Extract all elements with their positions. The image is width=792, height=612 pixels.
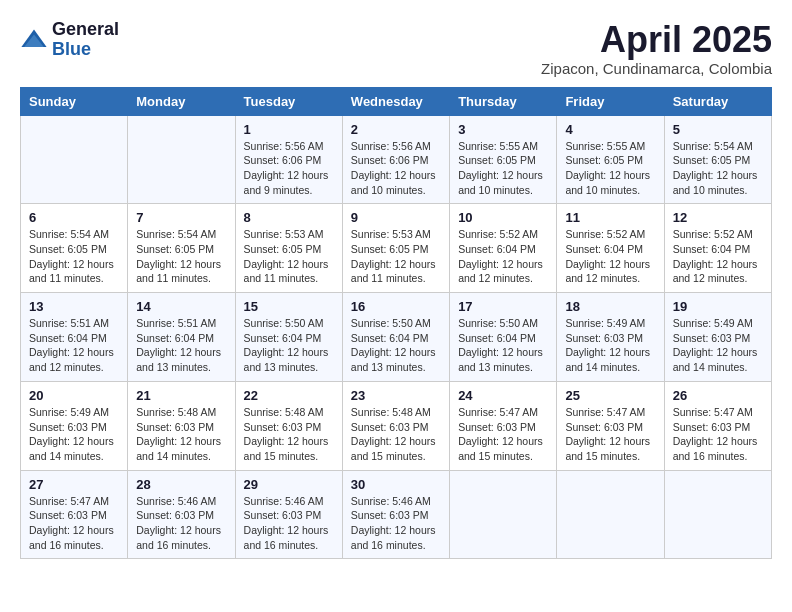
day-number: 10: [458, 210, 548, 225]
week-row-4: 20Sunrise: 5:49 AM Sunset: 6:03 PM Dayli…: [21, 381, 772, 470]
day-cell: 9Sunrise: 5:53 AM Sunset: 6:05 PM Daylig…: [342, 204, 449, 293]
day-number: 24: [458, 388, 548, 403]
day-number: 19: [673, 299, 763, 314]
day-cell: 11Sunrise: 5:52 AM Sunset: 6:04 PM Dayli…: [557, 204, 664, 293]
day-cell: 13Sunrise: 5:51 AM Sunset: 6:04 PM Dayli…: [21, 293, 128, 382]
day-info: Sunrise: 5:47 AM Sunset: 6:03 PM Dayligh…: [673, 405, 763, 464]
day-info: Sunrise: 5:49 AM Sunset: 6:03 PM Dayligh…: [29, 405, 119, 464]
day-info: Sunrise: 5:51 AM Sunset: 6:04 PM Dayligh…: [136, 316, 226, 375]
day-info: Sunrise: 5:54 AM Sunset: 6:05 PM Dayligh…: [136, 227, 226, 286]
day-cell: 5Sunrise: 5:54 AM Sunset: 6:05 PM Daylig…: [664, 115, 771, 204]
day-number: 6: [29, 210, 119, 225]
month-title: April 2025: [541, 20, 772, 60]
day-cell: 7Sunrise: 5:54 AM Sunset: 6:05 PM Daylig…: [128, 204, 235, 293]
logo-text: General Blue: [52, 20, 119, 60]
day-info: Sunrise: 5:46 AM Sunset: 6:03 PM Dayligh…: [244, 494, 334, 553]
calendar-table: SundayMondayTuesdayWednesdayThursdayFrid…: [20, 87, 772, 560]
week-row-5: 27Sunrise: 5:47 AM Sunset: 6:03 PM Dayli…: [21, 470, 772, 559]
day-cell: [664, 470, 771, 559]
day-info: Sunrise: 5:52 AM Sunset: 6:04 PM Dayligh…: [565, 227, 655, 286]
day-cell: 14Sunrise: 5:51 AM Sunset: 6:04 PM Dayli…: [128, 293, 235, 382]
day-info: Sunrise: 5:48 AM Sunset: 6:03 PM Dayligh…: [136, 405, 226, 464]
day-cell: 20Sunrise: 5:49 AM Sunset: 6:03 PM Dayli…: [21, 381, 128, 470]
day-cell: 21Sunrise: 5:48 AM Sunset: 6:03 PM Dayli…: [128, 381, 235, 470]
day-cell: 16Sunrise: 5:50 AM Sunset: 6:04 PM Dayli…: [342, 293, 449, 382]
day-number: 30: [351, 477, 441, 492]
day-cell: 12Sunrise: 5:52 AM Sunset: 6:04 PM Dayli…: [664, 204, 771, 293]
logo: General Blue: [20, 20, 119, 60]
day-number: 4: [565, 122, 655, 137]
day-cell: 17Sunrise: 5:50 AM Sunset: 6:04 PM Dayli…: [450, 293, 557, 382]
day-info: Sunrise: 5:46 AM Sunset: 6:03 PM Dayligh…: [351, 494, 441, 553]
day-info: Sunrise: 5:47 AM Sunset: 6:03 PM Dayligh…: [458, 405, 548, 464]
day-info: Sunrise: 5:54 AM Sunset: 6:05 PM Dayligh…: [29, 227, 119, 286]
day-cell: 8Sunrise: 5:53 AM Sunset: 6:05 PM Daylig…: [235, 204, 342, 293]
day-info: Sunrise: 5:47 AM Sunset: 6:03 PM Dayligh…: [565, 405, 655, 464]
title-block: April 2025 Zipacon, Cundinamarca, Colomb…: [541, 20, 772, 77]
day-cell: [450, 470, 557, 559]
weekday-header-thursday: Thursday: [450, 87, 557, 115]
day-cell: 27Sunrise: 5:47 AM Sunset: 6:03 PM Dayli…: [21, 470, 128, 559]
day-info: Sunrise: 5:46 AM Sunset: 6:03 PM Dayligh…: [136, 494, 226, 553]
day-number: 13: [29, 299, 119, 314]
day-number: 12: [673, 210, 763, 225]
week-row-2: 6Sunrise: 5:54 AM Sunset: 6:05 PM Daylig…: [21, 204, 772, 293]
day-cell: 6Sunrise: 5:54 AM Sunset: 6:05 PM Daylig…: [21, 204, 128, 293]
day-info: Sunrise: 5:51 AM Sunset: 6:04 PM Dayligh…: [29, 316, 119, 375]
day-cell: 23Sunrise: 5:48 AM Sunset: 6:03 PM Dayli…: [342, 381, 449, 470]
day-cell: [557, 470, 664, 559]
weekday-header-saturday: Saturday: [664, 87, 771, 115]
day-info: Sunrise: 5:53 AM Sunset: 6:05 PM Dayligh…: [351, 227, 441, 286]
day-number: 25: [565, 388, 655, 403]
day-cell: 22Sunrise: 5:48 AM Sunset: 6:03 PM Dayli…: [235, 381, 342, 470]
day-number: 14: [136, 299, 226, 314]
day-info: Sunrise: 5:52 AM Sunset: 6:04 PM Dayligh…: [458, 227, 548, 286]
day-number: 17: [458, 299, 548, 314]
day-number: 2: [351, 122, 441, 137]
weekday-header-monday: Monday: [128, 87, 235, 115]
day-number: 29: [244, 477, 334, 492]
day-cell: 24Sunrise: 5:47 AM Sunset: 6:03 PM Dayli…: [450, 381, 557, 470]
day-info: Sunrise: 5:48 AM Sunset: 6:03 PM Dayligh…: [244, 405, 334, 464]
day-number: 1: [244, 122, 334, 137]
day-number: 26: [673, 388, 763, 403]
day-number: 28: [136, 477, 226, 492]
day-info: Sunrise: 5:54 AM Sunset: 6:05 PM Dayligh…: [673, 139, 763, 198]
day-info: Sunrise: 5:55 AM Sunset: 6:05 PM Dayligh…: [458, 139, 548, 198]
day-cell: 29Sunrise: 5:46 AM Sunset: 6:03 PM Dayli…: [235, 470, 342, 559]
weekday-header-row: SundayMondayTuesdayWednesdayThursdayFrid…: [21, 87, 772, 115]
day-cell: 30Sunrise: 5:46 AM Sunset: 6:03 PM Dayli…: [342, 470, 449, 559]
day-info: Sunrise: 5:49 AM Sunset: 6:03 PM Dayligh…: [565, 316, 655, 375]
day-cell: 15Sunrise: 5:50 AM Sunset: 6:04 PM Dayli…: [235, 293, 342, 382]
day-info: Sunrise: 5:47 AM Sunset: 6:03 PM Dayligh…: [29, 494, 119, 553]
day-cell: [128, 115, 235, 204]
day-number: 5: [673, 122, 763, 137]
logo-general: General: [52, 20, 119, 40]
day-number: 3: [458, 122, 548, 137]
day-info: Sunrise: 5:49 AM Sunset: 6:03 PM Dayligh…: [673, 316, 763, 375]
day-number: 18: [565, 299, 655, 314]
day-info: Sunrise: 5:50 AM Sunset: 6:04 PM Dayligh…: [244, 316, 334, 375]
day-number: 22: [244, 388, 334, 403]
weekday-header-sunday: Sunday: [21, 87, 128, 115]
day-info: Sunrise: 5:52 AM Sunset: 6:04 PM Dayligh…: [673, 227, 763, 286]
day-cell: 28Sunrise: 5:46 AM Sunset: 6:03 PM Dayli…: [128, 470, 235, 559]
day-info: Sunrise: 5:55 AM Sunset: 6:05 PM Dayligh…: [565, 139, 655, 198]
day-number: 7: [136, 210, 226, 225]
day-cell: 18Sunrise: 5:49 AM Sunset: 6:03 PM Dayli…: [557, 293, 664, 382]
location: Zipacon, Cundinamarca, Colombia: [541, 60, 772, 77]
day-number: 9: [351, 210, 441, 225]
day-number: 20: [29, 388, 119, 403]
day-info: Sunrise: 5:50 AM Sunset: 6:04 PM Dayligh…: [351, 316, 441, 375]
day-cell: 26Sunrise: 5:47 AM Sunset: 6:03 PM Dayli…: [664, 381, 771, 470]
day-number: 21: [136, 388, 226, 403]
day-cell: 10Sunrise: 5:52 AM Sunset: 6:04 PM Dayli…: [450, 204, 557, 293]
day-number: 23: [351, 388, 441, 403]
day-cell: 2Sunrise: 5:56 AM Sunset: 6:06 PM Daylig…: [342, 115, 449, 204]
day-number: 15: [244, 299, 334, 314]
weekday-header-friday: Friday: [557, 87, 664, 115]
day-cell: 25Sunrise: 5:47 AM Sunset: 6:03 PM Dayli…: [557, 381, 664, 470]
day-cell: [21, 115, 128, 204]
day-number: 8: [244, 210, 334, 225]
weekday-header-tuesday: Tuesday: [235, 87, 342, 115]
